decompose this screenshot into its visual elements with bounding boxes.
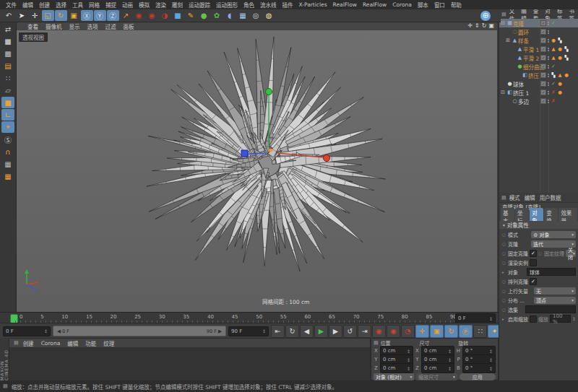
auto-key-icon[interactable]: Ⓢ xyxy=(1,134,14,145)
attribute-section-header[interactable]: ▾对象属性 xyxy=(499,221,578,229)
spline-pen-icon[interactable]: ✎ xyxy=(185,10,197,21)
visibility-dots[interactable] xyxy=(548,56,549,60)
pan-view-icon[interactable]: ✛ xyxy=(467,22,473,29)
toggle-view-icon[interactable]: ▣ xyxy=(488,22,494,29)
visibility-dots[interactable] xyxy=(548,39,549,43)
visibility-dots[interactable] xyxy=(548,30,549,34)
viewport-menu-item[interactable]: 面板 xyxy=(120,22,138,30)
autokey-button[interactable]: ◉ xyxy=(387,325,400,338)
position-z-field[interactable]: 0 cm↕ xyxy=(380,363,413,373)
attribute-menu-item[interactable]: 用户数据 xyxy=(538,193,564,201)
goto-start-button[interactable]: ⇤ xyxy=(271,325,285,338)
key-rotation-toggle[interactable]: ↻ xyxy=(444,325,458,338)
viewport-menu-item[interactable]: 查看 xyxy=(24,22,42,30)
next-frame-button[interactable]: ▶ xyxy=(329,325,342,338)
layer-toggle[interactable]: ✓ xyxy=(540,55,546,61)
current-frame-field[interactable]: 0 F↕ xyxy=(455,313,496,323)
menu-item[interactable]: 编辑 xyxy=(20,1,36,9)
undo-icon[interactable]: ↶ xyxy=(3,10,15,21)
menu-item[interactable]: RealFlow xyxy=(330,1,360,8)
scale-tool-icon[interactable]: ◱ xyxy=(42,10,54,21)
key-scale-toggle[interactable]: ▣ xyxy=(430,325,444,338)
enable-state-icon[interactable]: ✓ xyxy=(551,20,556,26)
zoom-view-icon[interactable]: ⇕ xyxy=(475,22,480,29)
visibility-dots[interactable] xyxy=(548,74,549,77)
object-item[interactable]: ◧挤压 2✓▚▲● xyxy=(499,71,578,79)
lock-workplane-icon[interactable]: ▦ xyxy=(1,158,14,170)
texture-mode-icon[interactable]: ▩ xyxy=(1,48,14,59)
key-position-toggle[interactable]: ✛ xyxy=(415,325,429,338)
viewport[interactable]: 查看摄像机显示选项过滤面板 ✛⇕↻▣ 透视视图 网格间距 : 100 cm xyxy=(17,22,497,312)
menu-item[interactable]: 运动跟踪 xyxy=(186,1,213,9)
menu-item[interactable]: 窗口 xyxy=(431,1,448,9)
attribute-menu-item[interactable]: 编辑 xyxy=(522,193,538,201)
menu-item[interactable]: 网格 xyxy=(86,1,103,9)
layer-toggle[interactable]: ✓ xyxy=(540,72,546,78)
layer-toggle[interactable]: ✓ xyxy=(540,64,546,69)
dot-tag-icon[interactable]: ● xyxy=(557,90,563,95)
menu-item[interactable]: 创建 xyxy=(36,1,53,9)
panel-menu-icon[interactable]: ▤ xyxy=(14,340,19,346)
selection-field[interactable] xyxy=(525,305,576,313)
menu-item[interactable]: 工具 xyxy=(69,1,86,9)
planar-workplane-icon[interactable]: ▦ xyxy=(1,170,14,182)
menu-item[interactable]: RealFlow xyxy=(360,1,389,8)
last-used-tool-icon[interactable]: ▣ xyxy=(68,10,80,21)
menu-item[interactable]: 捕捉 xyxy=(103,1,119,9)
object-link-field[interactable]: 球体 xyxy=(527,268,576,276)
visibility-dots[interactable] xyxy=(548,65,549,69)
object-item[interactable]: ⊟▦克隆✓✓ xyxy=(499,19,578,27)
viewport-canvas[interactable]: 透视视图 网格间距 : 100 cm xyxy=(17,30,497,312)
render-picture-viewer-icon[interactable]: ◉ xyxy=(146,10,158,21)
layer-toggle[interactable]: ✓ xyxy=(540,20,546,26)
viewport-menu-item[interactable]: 摄像机 xyxy=(42,22,66,30)
checker-tag-icon[interactable]: ▚ xyxy=(551,72,556,78)
menu-item[interactable]: 模拟 xyxy=(136,1,152,9)
generator-icon[interactable]: ● xyxy=(198,10,210,21)
material-menu-item[interactable]: 功能 xyxy=(82,339,100,347)
render-settings-icon[interactable]: ◑ xyxy=(159,10,171,21)
viewport-menu-item[interactable]: 过滤 xyxy=(102,22,120,30)
visibility-dots[interactable] xyxy=(548,100,549,103)
object-manager-tree[interactable]: ⊟▦克隆✓✓◌圆环✓⊞▲样条✓●▚▲平滑 1✓▲●▚▲平滑 2✓▲●▚●细分曲面… xyxy=(499,19,578,193)
distribution-dropdown[interactable]: 顶点▾ xyxy=(534,297,576,304)
panel-menu-icon[interactable]: ▤ xyxy=(501,12,506,17)
object-item[interactable]: ⊞▲样条✓●▚ xyxy=(499,36,578,45)
material-menu-item[interactable]: 编辑 xyxy=(64,339,82,347)
menu-item[interactable]: 角色 xyxy=(241,1,257,9)
menu-item[interactable]: 帮助 xyxy=(448,1,465,9)
snap-magnet-icon[interactable]: ∩ xyxy=(1,146,14,157)
visibility-dots[interactable] xyxy=(548,82,549,86)
enable-state-icon[interactable]: ✓ xyxy=(551,64,556,69)
fix-clone-checkbox[interactable]: ✓ xyxy=(530,250,537,257)
menu-item[interactable]: 插件 xyxy=(280,1,296,9)
live-selection-icon[interactable]: ➤ xyxy=(16,10,28,21)
record-options-button[interactable]: ◔ xyxy=(401,325,415,338)
y-axis-lock-icon[interactable]: Ⓨ xyxy=(94,10,106,21)
checker-tag-icon[interactable]: ▚ xyxy=(564,46,569,52)
menu-item[interactable]: 选择 xyxy=(53,1,69,9)
menu-item[interactable]: 雕刻 xyxy=(169,1,186,9)
convert-editable-icon[interactable]: ⇄ xyxy=(1,23,14,35)
object-item[interactable]: ○多边✓✗ xyxy=(499,97,578,105)
layer-toggle[interactable]: ✓ xyxy=(540,98,546,104)
timeline-ruler[interactable]: 051015202530354045505560657075808590 0 F… xyxy=(0,312,499,323)
rotate-view-icon[interactable]: ↻ xyxy=(482,22,487,29)
material-menu-item[interactable]: 纹理 xyxy=(100,339,118,347)
material-menu-item[interactable]: Corona xyxy=(38,340,64,347)
play-loop-button[interactable]: ↻ xyxy=(285,325,299,338)
z-axis-lock-icon[interactable]: Ⓩ xyxy=(107,10,119,21)
material-manager[interactable]: ▤ 创建Corona编辑功能纹理 xyxy=(9,338,371,382)
enable-axis-icon[interactable]: ∟ xyxy=(1,109,14,121)
points-mode-icon[interactable]: ∷ xyxy=(1,72,14,84)
attribute-menu-item[interactable]: 模式 xyxy=(507,193,522,201)
wireframe-spiky-sphere[interactable] xyxy=(17,30,497,312)
deformer-icon[interactable]: ◖ xyxy=(224,10,236,21)
rotate-tool-icon[interactable]: ↻ xyxy=(55,10,67,21)
menu-item[interactable]: 文件 xyxy=(3,1,20,9)
record-keyframe-button[interactable]: ◉ xyxy=(372,325,386,338)
size-mode-dropdown[interactable]: 缩放尺寸▾ xyxy=(416,373,457,380)
dot-tag-icon[interactable]: ● xyxy=(557,81,563,87)
object-item[interactable]: ●球体✓✓● xyxy=(499,79,578,88)
object-item[interactable]: ▲平滑 2✓▲●▚ xyxy=(499,53,578,62)
